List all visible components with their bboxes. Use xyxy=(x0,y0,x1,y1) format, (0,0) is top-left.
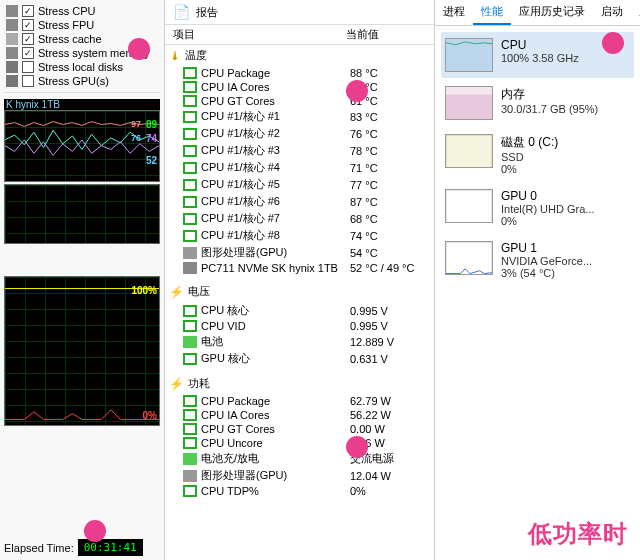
mem-icon xyxy=(6,47,18,59)
perf-line2: 100% 3.58 GHz xyxy=(501,52,579,64)
sensor-row[interactable]: CPU 核心0.995 V xyxy=(165,302,434,319)
sensor-row[interactable]: 电池12.889 V xyxy=(165,333,434,350)
section-header[interactable]: ⚡电压 xyxy=(165,281,434,302)
section-title-text: 电压 xyxy=(188,284,210,299)
sensor-label: CPU VID xyxy=(201,320,350,332)
sensor-row[interactable]: CPU #1/核心 #768 °C xyxy=(165,210,434,227)
sensor-icon xyxy=(183,305,197,317)
section-icon: ⚡ xyxy=(169,285,184,299)
sensor-icon xyxy=(183,230,197,242)
sensor-row[interactable]: 图形处理器(GPU)54 °C xyxy=(165,244,434,261)
checkbox[interactable] xyxy=(22,5,34,17)
sensor-row[interactable]: CPU VID0.995 V xyxy=(165,319,434,333)
sensor-row[interactable]: CPU TDP%0% xyxy=(165,484,434,498)
svg-rect-5 xyxy=(446,242,492,275)
tab-1[interactable]: 性能 xyxy=(473,0,511,25)
perf-text: 内存30.0/31.7 GB (95%) xyxy=(501,86,598,120)
svg-rect-2 xyxy=(446,95,492,120)
sensor-value: 68 °C xyxy=(350,213,430,225)
sensor-row[interactable]: CPU #1/核心 #183 °C xyxy=(165,108,434,125)
tab-3[interactable]: 启动 xyxy=(593,0,631,25)
sensor-row[interactable]: CPU #1/核心 #687 °C xyxy=(165,193,434,210)
sensor-row[interactable]: CPU Uncore6.56 W xyxy=(165,436,434,450)
perf-card-disk[interactable]: 磁盘 0 (C:)SSD0% xyxy=(441,128,634,181)
report-icon: 📄 xyxy=(173,4,190,20)
perf-text: 磁盘 0 (C:)SSD0% xyxy=(501,134,558,175)
perf-card-gpu0[interactable]: GPU 0Intel(R) UHD Gra...0% xyxy=(441,183,634,233)
sensor-value: 52 °C / 49 °C xyxy=(350,262,430,274)
sensor-value: 71 °C xyxy=(350,162,430,174)
col-value[interactable]: 当前值 xyxy=(346,27,426,42)
sensor-row[interactable]: CPU GT Cores0.00 W xyxy=(165,422,434,436)
tab-4[interactable]: 用 xyxy=(631,0,640,25)
col-item[interactable]: 项目 xyxy=(173,27,346,42)
sensor-label: CPU GT Cores xyxy=(201,423,350,435)
graph-val-2: 74 xyxy=(146,133,157,144)
sensor-value: 88 °C xyxy=(350,67,430,79)
tab-0[interactable]: 进程 xyxy=(435,0,473,25)
usage-top: 100% xyxy=(131,285,157,296)
sensor-icon xyxy=(183,111,197,123)
stress-label: Stress FPU xyxy=(38,19,94,31)
sensor-row[interactable]: CPU #1/核心 #378 °C xyxy=(165,142,434,159)
sensor-value: 87 °C xyxy=(350,196,430,208)
section-title-text: 功耗 xyxy=(188,376,210,391)
sensor-row[interactable]: CPU IA Cores56.22 W xyxy=(165,408,434,422)
sensor-row[interactable]: CPU IA Cores88 °C xyxy=(165,80,434,94)
tab-bar: 进程性能应用历史记录启动用 xyxy=(435,0,640,26)
sensor-value: 62.79 W xyxy=(350,395,430,407)
sensor-value: 0.995 V xyxy=(350,320,430,332)
sensor-label: 图形处理器(GPU) xyxy=(201,245,350,260)
checkbox[interactable] xyxy=(22,75,34,87)
sensor-row[interactable]: 图形处理器(GPU)12.04 W xyxy=(165,467,434,484)
stress-option: Stress local disks xyxy=(4,60,160,74)
sensor-row[interactable]: CPU #1/核心 #577 °C xyxy=(165,176,434,193)
sensor-row[interactable]: PC711 NVMe SK hynix 1TB52 °C / 49 °C xyxy=(165,261,434,275)
sensor-icon xyxy=(183,395,197,407)
stress-label: Stress cache xyxy=(38,33,102,45)
sensor-label: 电池充/放电 xyxy=(201,451,350,466)
checkbox[interactable] xyxy=(22,47,34,59)
section-header[interactable]: 🌡温度 xyxy=(165,45,434,66)
highlight-dot xyxy=(84,520,106,542)
sensor-row[interactable]: CPU #1/核心 #874 °C xyxy=(165,227,434,244)
sensor-value: 0.00 W xyxy=(350,423,430,435)
cpu-icon xyxy=(6,5,18,17)
checkbox[interactable] xyxy=(22,33,34,45)
sensor-row[interactable]: CPU #1/核心 #276 °C xyxy=(165,125,434,142)
svg-rect-4 xyxy=(446,190,492,223)
sensor-row[interactable]: GPU 核心0.631 V xyxy=(165,350,434,367)
sensor-row[interactable]: CPU GT Cores61 °C xyxy=(165,94,434,108)
sensor-row[interactable]: CPU #1/核心 #471 °C xyxy=(165,159,434,176)
section-header[interactable]: ⚡功耗 xyxy=(165,373,434,394)
sensor-icon xyxy=(183,262,197,274)
sensor-row[interactable]: CPU Package62.79 W xyxy=(165,394,434,408)
checkbox[interactable] xyxy=(22,19,34,31)
perf-text: GPU 1NVIDIA GeForce...3% (54 °C) xyxy=(501,241,592,279)
perf-thumb xyxy=(445,241,493,275)
perf-card-mem[interactable]: 内存30.0/31.7 GB (95%) xyxy=(441,80,634,126)
tab-2[interactable]: 应用历史记录 xyxy=(511,0,593,25)
checkbox[interactable] xyxy=(22,61,34,73)
perf-title: CPU xyxy=(501,38,579,52)
sensor-value: 0% xyxy=(350,485,430,497)
sensor-icon xyxy=(183,409,197,421)
stress-option: Stress FPU xyxy=(4,18,160,32)
perf-line3: 0% xyxy=(501,215,595,227)
usage-bot: 0% xyxy=(143,410,157,421)
sensor-label: 图形处理器(GPU) xyxy=(201,468,350,483)
section-title-text: 温度 xyxy=(185,48,207,63)
sensor-value: 0.631 V xyxy=(350,353,430,365)
sensor-row[interactable]: CPU Package88 °C xyxy=(165,66,434,80)
perf-title: 内存 xyxy=(501,86,598,103)
perf-thumb xyxy=(445,189,493,223)
sensor-row[interactable]: 电池充/放电交流电源 xyxy=(165,450,434,467)
highlight-dot xyxy=(602,32,624,54)
sensor-value: 74 °C xyxy=(350,230,430,242)
table-header: 项目 当前值 xyxy=(165,25,434,45)
sensor-icon xyxy=(183,196,197,208)
perf-card-gpu1[interactable]: GPU 1NVIDIA GeForce...3% (54 °C) xyxy=(441,235,634,285)
sensor-icon xyxy=(183,423,197,435)
sensor-label: CPU Package xyxy=(201,395,350,407)
elapsed-label: Elapsed Time: xyxy=(4,542,74,554)
